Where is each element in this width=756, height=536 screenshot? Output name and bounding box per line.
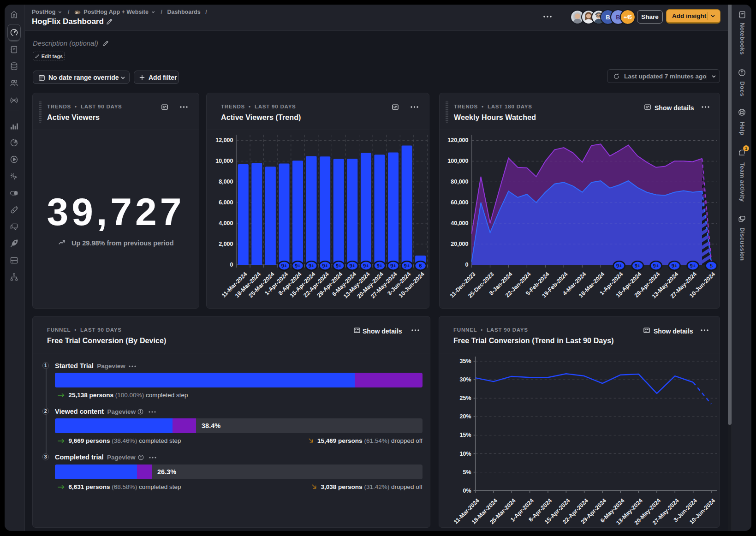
svg-text:35%: 35% [460, 358, 471, 364]
svg-text:5%: 5% [463, 469, 471, 476]
svg-text:12,000: 12,000 [215, 137, 233, 143]
svg-text:80,000: 80,000 [451, 179, 468, 185]
svg-text:9+: 9+ [350, 263, 356, 268]
svg-text:4,000: 4,000 [219, 220, 233, 226]
svg-text:9+: 9+ [281, 263, 287, 268]
svg-text:9+: 9+ [404, 263, 410, 268]
svg-text:9+: 9+ [377, 263, 383, 268]
svg-text:10%: 10% [460, 451, 471, 457]
svg-text:9+: 9+ [363, 263, 369, 268]
svg-text:100,000: 100,000 [447, 158, 468, 164]
svg-text:60,000: 60,000 [451, 199, 468, 206]
svg-text:20,000: 20,000 [451, 241, 468, 247]
svg-text:9+: 9+ [295, 263, 301, 268]
svg-text:6,000: 6,000 [219, 199, 233, 206]
svg-text:120,000: 120,000 [447, 137, 468, 143]
svg-text:2,000: 2,000 [219, 241, 233, 247]
svg-text:9+: 9+ [322, 263, 328, 268]
svg-text:9+: 9+ [390, 263, 396, 268]
svg-text:0: 0 [230, 262, 233, 268]
svg-text:0%: 0% [463, 488, 471, 494]
svg-text:25%: 25% [460, 395, 471, 401]
svg-text:6: 6 [419, 263, 422, 268]
svg-text:15%: 15% [460, 432, 471, 438]
svg-text:8,000: 8,000 [219, 179, 233, 185]
svg-text:20%: 20% [460, 413, 471, 420]
svg-text:9+: 9+ [309, 263, 315, 268]
svg-text:9+: 9+ [336, 263, 342, 268]
svg-text:10,000: 10,000 [215, 158, 233, 164]
svg-text:0: 0 [465, 262, 469, 268]
svg-text:30%: 30% [460, 376, 471, 383]
svg-text:40,000: 40,000 [451, 220, 468, 226]
